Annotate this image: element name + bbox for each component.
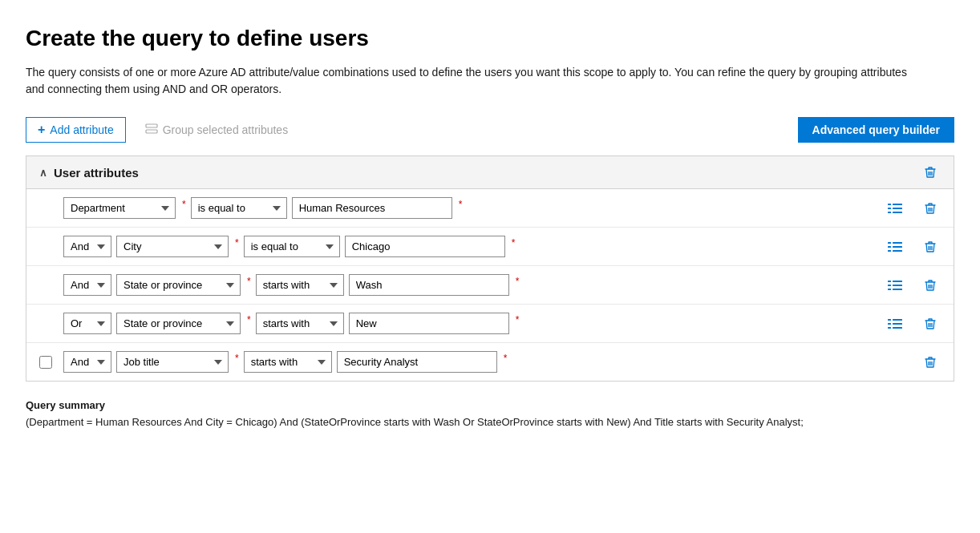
trash-icon-row4 (925, 317, 936, 330)
collapse-chevron-icon[interactable]: ∧ (39, 167, 47, 179)
add-attribute-label: Add attribute (50, 123, 113, 136)
svg-rect-33 (888, 323, 891, 325)
group-icon (145, 123, 158, 137)
svg-rect-16 (888, 250, 891, 252)
add-attribute-button[interactable]: + Add attribute (26, 117, 126, 143)
query-row-1: Department City State or province Job ti… (26, 189, 954, 228)
svg-rect-27 (893, 285, 902, 286)
condition-select-row3[interactable]: is equal to starts with ends with contai… (256, 274, 344, 296)
query-summary-text: (Department = Human Resources And City =… (26, 416, 804, 428)
trash-icon-row2 (925, 240, 936, 253)
required-star-2: * (235, 237, 239, 248)
value-input-row1[interactable] (292, 197, 452, 219)
query-summary-title: Query summary (26, 399, 105, 411)
svg-rect-24 (888, 285, 891, 286)
delete-row5-button[interactable] (920, 354, 941, 370)
checkbox-col-row5 (39, 356, 59, 369)
svg-rect-25 (888, 289, 891, 290)
svg-rect-7 (888, 212, 891, 213)
svg-rect-8 (893, 204, 902, 205)
query-row-3: And Or Department City State or province… (26, 266, 954, 305)
svg-rect-32 (888, 319, 891, 321)
svg-rect-15 (888, 246, 891, 248)
required-star-val-5: * (504, 353, 508, 364)
svg-rect-23 (888, 281, 891, 282)
plus-icon: + (38, 123, 45, 137)
page-title: Create the query to define users (26, 26, 954, 51)
row5-checkbox[interactable] (39, 356, 52, 369)
svg-rect-14 (888, 242, 891, 244)
svg-rect-18 (893, 246, 902, 248)
operator-select-row5[interactable]: And Or (63, 351, 111, 373)
list-icon-button-row3[interactable] (883, 278, 907, 293)
list-icon-button-row1[interactable] (883, 201, 907, 216)
condition-select-row1[interactable]: is equal to starts with ends with contai… (191, 197, 287, 219)
trash-icon-row3 (925, 279, 936, 292)
svg-rect-34 (888, 327, 891, 329)
section-header: ∧ User attributes (26, 156, 954, 189)
svg-rect-37 (893, 327, 902, 329)
delete-row1-button[interactable] (920, 200, 941, 216)
svg-rect-9 (893, 208, 902, 209)
value-input-row2[interactable] (345, 236, 505, 257)
delete-row2-button[interactable] (920, 239, 941, 255)
toolbar-left: + Add attribute Group selected attribute… (26, 117, 298, 143)
required-star-val-2: * (512, 237, 516, 248)
row4-actions (883, 316, 941, 332)
query-summary: Query summary (Department = Human Resour… (26, 398, 954, 431)
list-icon-button-row2[interactable] (883, 240, 907, 254)
required-star-4: * (247, 314, 251, 325)
advanced-query-builder-button[interactable]: Advanced query builder (798, 117, 954, 143)
toolbar: + Add attribute Group selected attribute… (26, 117, 954, 143)
attribute-select-row2[interactable]: Department City State or province Job ti… (116, 236, 229, 257)
svg-rect-10 (893, 212, 902, 213)
condition-select-row5[interactable]: is equal to starts with ends with contai… (244, 351, 332, 373)
row2-actions (883, 239, 941, 255)
svg-rect-28 (893, 289, 902, 290)
required-star-3: * (247, 276, 251, 287)
query-section: ∧ User attributes Department City State … (26, 155, 954, 382)
svg-rect-0 (146, 124, 157, 127)
row1-actions (883, 200, 941, 216)
list-icon-row3 (888, 280, 902, 291)
group-selected-label: Group selected attributes (163, 123, 288, 136)
query-row-4: And Or Department City State or province… (26, 305, 954, 343)
delete-row4-button[interactable] (920, 316, 941, 332)
trash-icon-row5 (925, 356, 936, 369)
list-icon-button-row4[interactable] (883, 317, 907, 331)
attribute-select-row4[interactable]: Department City State or province Job ti… (116, 313, 241, 334)
required-star-5: * (235, 353, 239, 364)
svg-rect-19 (893, 250, 902, 252)
condition-select-row4[interactable]: is equal to starts with ends with contai… (256, 313, 344, 334)
value-input-row5[interactable] (337, 351, 497, 373)
query-row-2: And Or Department City State or province… (26, 228, 954, 266)
required-star-1: * (182, 199, 186, 210)
attribute-select-row3[interactable]: Department City State or province Job ti… (116, 274, 241, 296)
page-description: The query consists of one or more Azure … (26, 64, 908, 98)
section-title: ∧ User attributes (39, 166, 139, 180)
condition-select-row2[interactable]: is equal to starts with ends with contai… (244, 236, 340, 257)
svg-rect-1 (146, 130, 157, 133)
required-star-val-4: * (516, 314, 520, 325)
value-input-row4[interactable] (349, 313, 509, 334)
query-row-5: And Or Department City State or province… (26, 343, 954, 381)
svg-rect-26 (893, 281, 902, 282)
section-delete-button[interactable] (920, 164, 941, 180)
operator-select-row4[interactable]: And Or (63, 313, 111, 334)
svg-rect-36 (893, 323, 902, 325)
svg-rect-17 (893, 242, 902, 244)
group-selected-button[interactable]: Group selected attributes (136, 119, 298, 142)
svg-rect-35 (893, 319, 902, 321)
svg-rect-6 (888, 208, 891, 209)
required-star-val-3: * (516, 276, 520, 287)
list-icon-row2 (888, 241, 902, 252)
operator-select-row2[interactable]: And Or (63, 236, 111, 257)
trash-icon-row1 (925, 202, 936, 215)
operator-select-row3[interactable]: And Or (63, 274, 111, 296)
required-star-val-1: * (459, 199, 463, 210)
attribute-select-row1[interactable]: Department City State or province Job ti… (63, 197, 176, 219)
svg-rect-5 (888, 204, 891, 205)
value-input-row3[interactable] (349, 274, 509, 296)
delete-row3-button[interactable] (920, 277, 941, 293)
attribute-select-row5[interactable]: Department City State or province Job ti… (116, 351, 229, 373)
